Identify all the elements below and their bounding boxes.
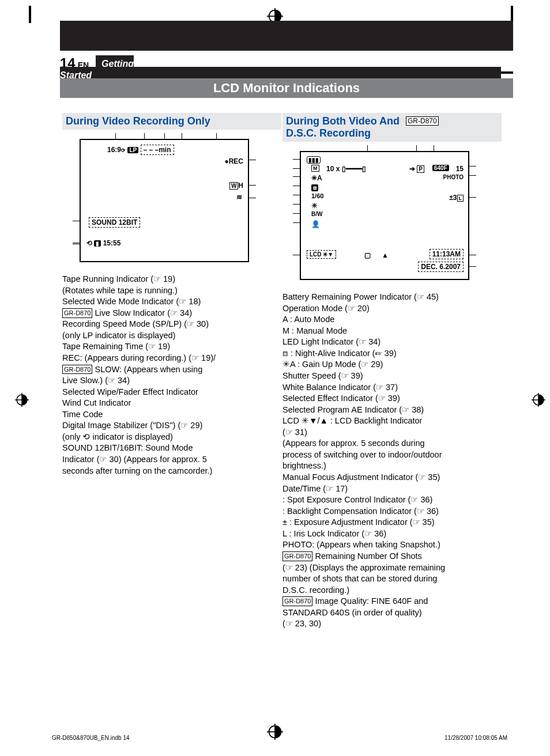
body-line: Wind Cut Indicator	[62, 398, 281, 409]
body-line: GR-D870 Live Slow Indicator (☞ 34)	[62, 308, 281, 319]
body-line: (☞ 31)	[282, 427, 502, 439]
header-black-bar	[60, 21, 513, 51]
backlight-icon: ▲	[382, 251, 389, 259]
tick-mark	[144, 133, 145, 139]
tick-mark	[293, 255, 300, 255]
dis-icon: ▮	[94, 240, 101, 247]
osd-rec: ●REC	[224, 157, 243, 165]
body-line: SOUND 12BIT/16BIT: Sound Mode	[62, 443, 281, 454]
tick-mark	[367, 145, 368, 151]
body-left: Tape Running Indicator (☞ 19)(Rotates wh…	[62, 274, 281, 477]
quality-badge: 640F	[432, 165, 449, 171]
tick-mark	[216, 133, 217, 139]
model-badge: GR-D870	[406, 116, 439, 126]
body-line: D.S.C. recording.)	[282, 585, 502, 596]
body-line: Date/Time (☞ 17)	[282, 483, 502, 495]
subheading-left: During Video Recording Only	[62, 113, 281, 130]
tick-mark	[249, 198, 256, 198]
body-line: Manual Focus Adjustment Indicator (☞ 35)	[282, 472, 502, 483]
photo-label: PHOTO	[443, 174, 464, 180]
tick-mark	[293, 213, 300, 214]
tick-mark	[469, 197, 476, 198]
model-badge: GR-D870	[282, 551, 312, 561]
tick-mark	[73, 244, 80, 244]
body-line: (☞ 23, 30)	[282, 618, 502, 630]
body-line: brightness.)	[282, 460, 502, 472]
body-line: Operation Mode (☞ 20)	[282, 303, 502, 315]
column-right: During Both Video And GR-D870 D.S.C. Rec…	[282, 113, 502, 630]
body-line: GR-D870 SLOW: (Appears when using	[62, 364, 281, 376]
mode-m: M	[311, 165, 319, 172]
wb-icon: ☀	[311, 202, 318, 210]
program-ae-icon: ➔ P	[409, 165, 424, 173]
body-line: Digital Image Stabilizer ("DIS") (☞ 29)	[62, 420, 281, 432]
tick-mark	[293, 195, 300, 195]
model-badge: GR-D870	[62, 308, 92, 318]
tick-mark	[164, 133, 165, 139]
registration-mark-icon	[532, 393, 545, 407]
wind-cut-icon: ≋	[236, 193, 242, 201]
body-line: Battery Remaining Power Indicator (☞ 45)	[282, 292, 502, 303]
body-line: GR-D870 Remaining Number Of Shots	[282, 551, 502, 562]
tick-mark	[293, 222, 300, 223]
subheading-right: During Both Video And GR-D870 D.S.C. Rec…	[282, 113, 502, 142]
body-line: number of shots that can be stored durin…	[282, 573, 502, 585]
body-line: Time Code	[62, 409, 281, 421]
column-left: During Video Recording Only 16:9⟳ LP – –…	[62, 113, 281, 477]
model-badge: GR-D870	[62, 365, 92, 375]
date: DEC. 6.2007	[418, 262, 464, 272]
body-line: process of switching over to indoor/outd…	[282, 449, 502, 461]
body-line: Tape Remaining Time (☞ 19)	[62, 341, 281, 353]
body-line: Indicator (☞ 30) (Appears for approx. 5	[62, 454, 281, 466]
body-line: LCD ✳▼/▲ : LCD Backlight Indicator	[282, 415, 502, 427]
body-line: (Appears for approx. 5 seconds during	[282, 438, 502, 449]
shots-remaining: 15	[456, 165, 464, 173]
body-line: : Spot Exposure Control Indicator (☞ 36)	[282, 494, 502, 506]
model-badge: GR-D870	[282, 596, 312, 606]
battery-icon: ▮▮▮	[307, 156, 321, 164]
body-line: L : Iris Lock Indicator (☞ 36)	[282, 528, 502, 540]
osd-wide-mode: 16:9⟳ LP – – –min	[107, 145, 174, 155]
body-line: (only ⟲ indicator is displayed)	[62, 432, 281, 443]
body-line: M : Manual Mode	[282, 326, 502, 337]
body-line: REC: (Appears during recording.) (☞ 19)/	[62, 353, 281, 364]
osd-zoom: 10 x ▯━━━━▯	[326, 165, 366, 173]
body-line: (☞ 23) (Displays the approximate remaini…	[282, 562, 502, 574]
body-line: ± : Exposure Adjustment Indicator (☞ 35)	[282, 517, 502, 528]
body-line: ✳A : Gain Up Mode (☞ 29)	[282, 359, 502, 371]
tick-mark	[469, 255, 476, 255]
body-line: Live Slow.) (☞ 34)	[62, 375, 281, 387]
body-line: GR-D870 Image Quality: FINE 640F and	[282, 596, 502, 607]
lcd-diagram-left: 16:9⟳ LP – – –min ●REC WH ≋ SOUND 12BIT …	[80, 139, 249, 262]
pgm-ae-icon: 👤	[311, 220, 320, 228]
body-line: Selected Program AE Indicator (☞ 38)	[282, 405, 502, 416]
footer-file: GR-D850&870UB_EN.indb 14	[52, 735, 130, 741]
tick-mark	[293, 168, 300, 169]
clock: 11:13AM	[430, 249, 464, 259]
body-line: Recording Speed Mode (SP/LP) (☞ 30)	[62, 319, 281, 330]
tick-mark	[293, 176, 300, 177]
tick-mark	[469, 175, 476, 176]
focus-icon: ▢	[364, 251, 371, 259]
shutter-speed: 1/60	[311, 192, 323, 199]
tick-mark	[416, 145, 417, 151]
osd-wh: WH	[229, 182, 243, 190]
exposure-adj: ±3L	[449, 194, 464, 202]
tick-mark	[73, 243, 80, 243]
osd-sound-mode: SOUND 12BIT	[89, 217, 140, 228]
body-line: Tape Running Indicator (☞ 19)	[62, 274, 281, 285]
footer: GR-D850&870UB_EN.indb 14 11/28/2007 10:0…	[52, 735, 507, 741]
osd-timecode: ⟲ ▮ 15:55	[86, 239, 120, 247]
tick-mark	[293, 159, 300, 160]
crop-mark	[29, 6, 31, 23]
body-line: ⧈ : Night-Alive Indicator (☞ 39)	[282, 348, 502, 360]
tape-remaining: – – –min	[141, 145, 174, 155]
led-icon: ✳A	[311, 174, 322, 182]
body-line: STANDARD 640S (in order of quality)	[282, 607, 502, 619]
tick-mark	[293, 186, 300, 186]
footer-timestamp: 11/28/2007 10:08:05 AM	[444, 735, 507, 741]
tick-mark	[293, 204, 300, 205]
page-header: 14EN Getting Started	[60, 55, 513, 74]
body-line: LED Light Indicator (☞ 34)	[282, 337, 502, 348]
tick-mark	[115, 133, 116, 139]
